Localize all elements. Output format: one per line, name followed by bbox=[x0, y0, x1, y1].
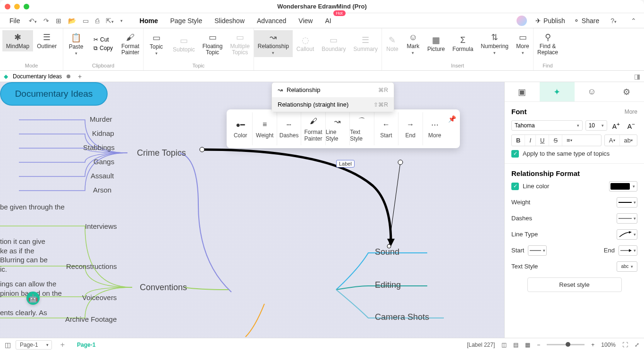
collapse-ribbon-button[interactable]: ⌃ bbox=[628, 15, 639, 26]
sp-tab-format[interactable]: ▣ bbox=[505, 82, 540, 101]
strike-button[interactable]: S bbox=[549, 135, 562, 146]
sp-tab-settings[interactable]: ⚙ bbox=[609, 82, 644, 101]
help-button[interactable]: ?▾ bbox=[608, 15, 619, 26]
redo-button[interactable]: ↷ bbox=[41, 15, 52, 26]
view-mode-1-icon[interactable]: ◫ bbox=[501, 342, 507, 348]
mark-button[interactable]: ☺Mark▾ bbox=[403, 30, 424, 57]
tab-advanced[interactable]: Advanced bbox=[251, 15, 292, 26]
mindmap-button[interactable]: ✱MindMap bbox=[2, 30, 33, 51]
reset-style-button[interactable]: Reset style bbox=[527, 277, 622, 292]
ft-format-painter[interactable]: 🖌Format Painter bbox=[301, 112, 325, 145]
leaf-voiceovers[interactable]: Voiceovers bbox=[82, 293, 117, 301]
topic-button[interactable]: ▭Topic▾ bbox=[144, 30, 169, 58]
bold-button[interactable]: B bbox=[512, 135, 525, 146]
more-icon[interactable]: ▾ bbox=[118, 17, 126, 25]
leaf-archive-footage[interactable]: Archive Footage bbox=[65, 315, 117, 323]
underline-button[interactable]: U bbox=[536, 135, 549, 146]
page-select[interactable]: Page-1▾ bbox=[16, 340, 52, 350]
outliner-button[interactable]: ☰Outliner bbox=[33, 30, 60, 51]
export-button[interactable]: ⇱▾ bbox=[103, 15, 117, 26]
publish-button[interactable]: ✈Publish bbox=[535, 17, 565, 25]
font-color-button[interactable]: A▾ bbox=[605, 135, 620, 146]
ft-weight[interactable]: ≡Weight bbox=[253, 112, 277, 145]
formula-button[interactable]: ΣFormula bbox=[449, 30, 477, 57]
topic-camera-shots[interactable]: Camera Shots bbox=[375, 312, 429, 322]
find-replace-button[interactable]: ⚲Find & Replace bbox=[534, 30, 562, 58]
leaf-interviews[interactable]: Interviews bbox=[85, 222, 117, 230]
highlight-button[interactable]: ab▾ bbox=[620, 135, 637, 146]
italic-button[interactable]: I bbox=[525, 135, 536, 146]
tab-slideshow[interactable]: Slideshow bbox=[209, 15, 250, 26]
line-color-row[interactable]: ✓Line color bbox=[511, 183, 549, 190]
sp-tab-style[interactable]: ✦ bbox=[540, 82, 575, 101]
outline-icon[interactable]: ◫ bbox=[5, 341, 11, 349]
zoom-slider[interactable] bbox=[547, 344, 585, 345]
leaf-stabbings[interactable]: Stabbings bbox=[83, 143, 115, 151]
undo-button[interactable]: ↶▾ bbox=[26, 15, 40, 26]
relationship-button[interactable]: ↝Relationship▾ bbox=[254, 30, 293, 57]
minimize-window-button[interactable] bbox=[14, 4, 20, 9]
dd-relationship-straight[interactable]: Relationship (straight line) ⇧⌘R bbox=[272, 97, 394, 112]
leaf-reconstructions[interactable]: Reconstructions bbox=[66, 262, 117, 270]
copy-button[interactable]: ⧉Copy bbox=[92, 44, 115, 52]
leaf-murder[interactable]: Murder bbox=[90, 115, 112, 123]
topic-crime[interactable]: Crime Topics bbox=[137, 148, 186, 158]
topic-editing[interactable]: Editing bbox=[375, 280, 401, 290]
font-size-select[interactable]: 10▾ bbox=[585, 120, 607, 131]
add-page-button[interactable]: + bbox=[57, 341, 68, 349]
new-tab-button[interactable]: + bbox=[75, 73, 85, 80]
end-arrow-select[interactable]: ▾ bbox=[619, 245, 637, 256]
paste-button[interactable]: 📋Paste▾ bbox=[63, 31, 89, 58]
line-type-select[interactable]: ▾ bbox=[617, 229, 637, 240]
fit-page-icon[interactable]: ⛶ bbox=[622, 342, 628, 348]
tab-ai[interactable]: AIHot bbox=[319, 15, 337, 26]
font-increase-button[interactable]: A+ bbox=[610, 119, 622, 132]
multiple-topics-button[interactable]: ▭Multiple Topics bbox=[226, 30, 253, 58]
share-button[interactable]: ⚬Share bbox=[574, 17, 599, 25]
apply-same-row[interactable]: ✓ Apply to the same type of topics bbox=[511, 150, 637, 158]
relationship-label[interactable]: Label bbox=[336, 160, 355, 167]
fullscreen-icon[interactable]: ⤢ bbox=[635, 342, 639, 348]
ft-start[interactable]: ←Start bbox=[374, 112, 398, 145]
side-toggle-icon[interactable]: ◨ bbox=[634, 73, 640, 80]
avatar[interactable] bbox=[517, 16, 527, 26]
weight-select[interactable]: ▾ bbox=[617, 197, 637, 208]
ft-color[interactable]: ●━Color bbox=[229, 112, 253, 145]
format-painter-button[interactable]: 🖌Format Painter bbox=[118, 30, 143, 58]
line-color-swatch[interactable]: ▾ bbox=[609, 181, 637, 192]
save-button[interactable]: ▭ bbox=[80, 15, 92, 26]
sp-tab-mark[interactable]: ☺ bbox=[575, 82, 610, 101]
ft-dashes[interactable]: ┄Dashes bbox=[277, 112, 301, 145]
line-color-checkbox[interactable]: ✓ bbox=[511, 183, 519, 190]
cut-button[interactable]: ✂Cut bbox=[92, 35, 115, 44]
ft-end[interactable]: →End bbox=[398, 112, 423, 145]
open-button[interactable]: 📂 bbox=[65, 15, 79, 26]
leaf-gangs[interactable]: Gangs bbox=[93, 158, 114, 166]
central-topic[interactable]: Documentary Ideas bbox=[0, 82, 108, 106]
doc-tab-name[interactable]: Documentary Ideas bbox=[13, 73, 62, 80]
page-tab-active[interactable]: Page-1 bbox=[73, 342, 99, 348]
floating-topic-button[interactable]: ▭Floating Topic bbox=[199, 30, 227, 58]
boundary-button[interactable]: ▭Boundary bbox=[318, 30, 349, 57]
leaf-assault[interactable]: Assault bbox=[91, 172, 114, 180]
note-button[interactable]: ✎Note bbox=[382, 30, 403, 57]
ft-line-style[interactable]: ↝Line Style bbox=[326, 112, 350, 145]
picture-button[interactable]: ▦Picture bbox=[424, 30, 449, 57]
topic-conventions[interactable]: Conventions bbox=[140, 283, 187, 292]
topic-sound[interactable]: Sound bbox=[375, 247, 399, 257]
ft-text-style[interactable]: ⌒Text Style bbox=[350, 112, 374, 145]
font-more[interactable]: More bbox=[625, 109, 637, 115]
tab-home[interactable]: Home bbox=[134, 15, 164, 26]
summary-button[interactable]: ☰Summary bbox=[350, 30, 381, 57]
callout-button[interactable]: ◌Callout bbox=[293, 30, 318, 57]
maximize-window-button[interactable] bbox=[24, 4, 29, 9]
text-style-select[interactable]: abc▾ bbox=[617, 261, 637, 272]
font-family-select[interactable]: Tahoma▾ bbox=[511, 120, 583, 131]
dd-relationship[interactable]: ↝Relationship ⌘R bbox=[272, 83, 394, 97]
leaf-kidnap[interactable]: Kidnap bbox=[92, 129, 114, 137]
dashes-select[interactable]: ▾ bbox=[617, 213, 637, 224]
view-mode-2-icon[interactable]: ▤ bbox=[513, 342, 518, 348]
font-decrease-button[interactable]: A− bbox=[625, 119, 637, 132]
align-button[interactable]: ≡▾ bbox=[562, 135, 576, 146]
insert-more-button[interactable]: ▭More▾ bbox=[512, 30, 533, 57]
